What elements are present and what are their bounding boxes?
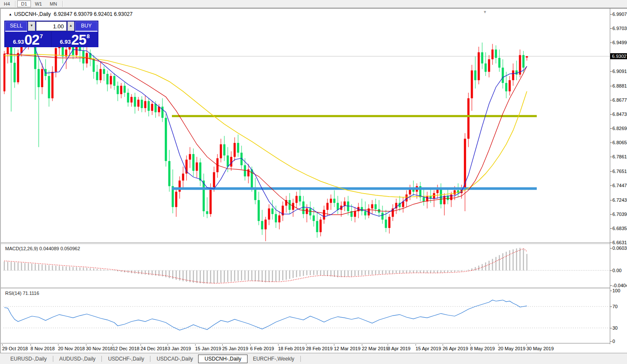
axis-tick-mark [470,344,471,346]
axis-tick-mark [610,28,612,29]
sell-price-point: 7 [40,33,43,39]
rsi-indicator-canvas [3,289,610,343]
timeframe-toolbar: H4 D1 W1 MN [0,0,627,8]
axis-tick-mark [86,344,86,346]
rsi-tick-label: 100 [612,288,620,293]
axis-tick-mark [610,71,612,72]
date-tick-label: 30 Nov 2018 [86,346,113,351]
axis-tick-mark [610,248,612,249]
price-tick-label: 6.82690 [612,126,627,131]
macd-indicator-label: MACD(12,26,9) 0.044089 0.050962 [5,246,80,251]
axis-tick-mark [610,86,612,86]
date-tick-label: 26 Apr 2019 [443,346,468,351]
axis-tick-mark [610,200,612,200]
current-price-tag: 6.93027 [610,53,627,59]
axis-tick-mark [610,306,612,307]
rsi-panel-divider[interactable] [1,288,627,289]
price-tick-label: 6.88810 [612,83,627,88]
one-click-trading-panel: SELL ▼ ▲ BUY 6.93 02 7 6.93 25 8 [4,21,98,47]
tab-separator [53,356,53,362]
price-tick-label: 6.76510 [612,169,627,174]
price-axis: 6.990706.970306.949906.909106.888106.867… [610,9,627,344]
volume-decrease-button[interactable]: ▼ [28,21,35,31]
axis-tick-mark [610,14,612,15]
tab-separator [300,356,301,362]
price-tick-label: 6.99070 [612,12,627,17]
price-tick-label: 6.84730 [612,112,627,117]
symbol-period-label: USDCNH-,Daily [14,11,51,17]
sell-price-pips: 02 [24,33,40,46]
axis-tick-mark [610,341,612,342]
axis-tick-mark [610,185,612,186]
sell-button[interactable]: SELL [5,21,27,31]
sell-price-base: 6.93 [13,39,24,45]
axis-tick-mark [610,114,612,115]
axis-tick-mark [610,270,612,271]
tab-separator [150,356,150,362]
date-tick-label: 24 Dec 2018 [141,346,167,351]
macd-tick-label: 0.060342 [612,246,627,251]
axis-tick-mark [610,243,612,243]
axis-tick-mark [610,214,612,215]
volume-input[interactable] [36,21,67,31]
timeframe-d1-button[interactable]: D1 [17,0,31,7]
date-tick-label: 3 Apr 2019 [388,346,410,351]
axis-tick-mark [610,42,612,43]
collapse-triangle-icon[interactable]: ▲ [9,12,12,16]
axis-tick-mark [526,344,527,346]
macd-tick-label: -0.04041 [612,283,627,288]
toolbar-separator [62,1,63,7]
tab-audusd-daily[interactable]: AUDUSD-,Daily [54,355,101,363]
axis-tick-mark [610,157,612,157]
date-tick-label: 18 Feb 2019 [278,346,305,351]
price-tick-label: 6.97030 [612,26,627,31]
date-tick-label: 15 Apr 2019 [416,346,441,351]
date-tick-label: 20 May 2019 [498,346,526,351]
price-tick-label: 6.70390 [612,212,627,217]
chart-shift-marker-icon[interactable]: ▼ [483,10,487,14]
price-tick-label: 6.68350 [612,226,627,231]
volume-increase-button[interactable]: ▲ [67,21,74,31]
ohlc-values: 6.92847 6.93079 6.92401 6.93027 [54,11,133,17]
time-axis: 29 Oct 20188 Nov 201820 Nov 201830 Nov 2… [1,344,627,353]
sell-price-display[interactable]: 6.93 02 7 [5,32,51,47]
buy-button[interactable]: BUY [75,21,98,31]
axis-tick-mark [610,143,612,143]
axis-tick-mark [2,344,3,346]
axis-tick-mark [443,344,443,346]
rsi-tick-label: 30 [612,325,618,331]
timeframe-w1-button[interactable]: W1 [31,0,46,7]
date-tick-label: 15 Jan 2019 [195,346,221,351]
axis-tick-mark [195,344,196,346]
tab-eurusd-daily[interactable]: EURUSD-,Daily [5,355,52,363]
axis-tick-mark [362,344,362,346]
macd-panel-divider[interactable] [1,243,627,245]
date-tick-label: 8 Nov 2018 [31,346,55,351]
tab-usdchf-daily[interactable]: USDCHF-,Daily [103,355,149,363]
rsi-indicator-label: RSI(14) 71.1116 [5,291,39,296]
timeframe-h4-button[interactable]: H4 [0,0,14,7]
axis-tick-mark [31,344,31,346]
rsi-tick-label: 0 [612,339,615,344]
tab-eurchf-weekly[interactable]: EURCHF-,Weekly [248,355,299,363]
chart-window: ▲USDCNH-,Daily 6.92847 6.93079 6.92401 6… [0,8,627,353]
axis-tick-mark [610,291,612,291]
tab-usdcad-daily[interactable]: USDCAD-,Daily [151,355,198,363]
date-tick-label: 25 Jan 2019 [222,346,248,351]
tab-separator [101,356,102,362]
timeframe-mn-button[interactable]: MN [46,0,61,7]
date-tick-label: 3 Jan 2019 [168,346,191,351]
axis-tick-mark [610,100,612,100]
date-tick-label: 22 Mar 2019 [362,346,388,351]
date-tick-label: 29 Oct 2018 [2,346,28,351]
date-tick-label: 12 Dec 2018 [113,346,139,351]
price-tick-label: 6.74470 [612,183,627,188]
axis-tick-mark [334,344,334,346]
date-tick-label: 8 May 2019 [470,346,495,351]
axis-tick-mark [113,344,113,346]
date-tick-label: 6 Feb 2019 [250,346,274,351]
date-tick-label: 28 Feb 2019 [306,346,333,351]
tab-usdcnh-daily[interactable]: USDCNH-,Daily [198,355,248,363]
axis-tick-mark [416,344,416,346]
buy-price-display[interactable]: 6.93 25 8 [52,32,98,47]
